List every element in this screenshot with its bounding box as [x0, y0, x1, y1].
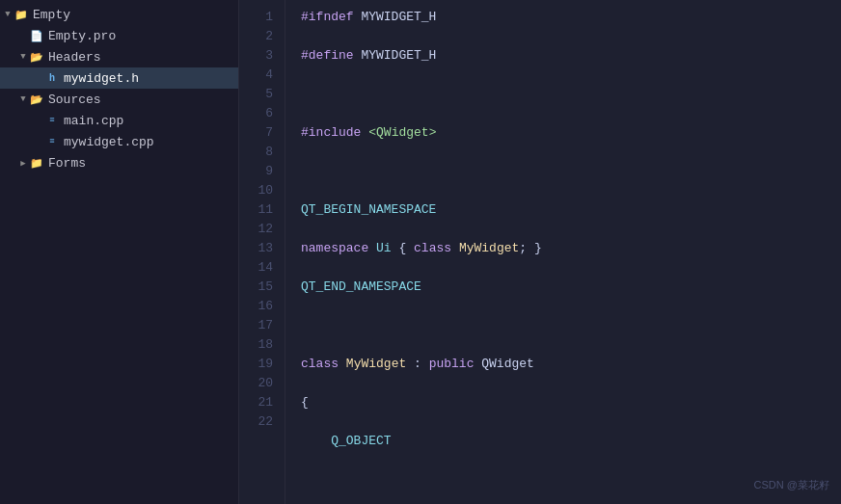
code-line-11: { — [301, 393, 826, 412]
folder-icon: 📁 — [29, 155, 44, 171]
tree-label: mywidget.cpp — [64, 135, 154, 149]
tree-label: Empty.pro — [48, 29, 116, 43]
code-line-13 — [301, 470, 826, 490]
tree-label: main.cpp — [64, 114, 123, 128]
code-editor[interactable]: 1 2 3 4 5 6 7 8 9 10 11 12 13 14 15 16 1… — [239, 0, 841, 504]
file-tree[interactable]: ▼ 📁 Empty 📄 Empty.pro ▼ 📂 Headers h mywi… — [0, 0, 239, 504]
tree-label: Empty — [33, 8, 70, 22]
tree-item-sources[interactable]: ▼ 📂 Sources — [0, 89, 238, 110]
arrow-icon: ▼ — [17, 51, 29, 63]
tree-label: mywidget.h — [64, 71, 139, 86]
spacer — [33, 72, 44, 84]
code-area[interactable]: #ifndef MYWIDGET_H #define MYWIDGET_H #i… — [285, 0, 841, 504]
folder-icon: 📂 — [29, 92, 44, 107]
tree-label: Sources — [48, 93, 101, 107]
spacer — [17, 30, 29, 41]
pro-icon: 📄 — [29, 28, 44, 43]
tree-label: Headers — [48, 50, 101, 65]
line-numbers: 1 2 3 4 5 6 7 8 9 10 11 12 13 14 15 16 1… — [239, 0, 285, 504]
code-line-9 — [301, 316, 826, 335]
code-line-10: class MyWidget : public QWidget — [301, 355, 826, 374]
code-line-7: namespace Ui { class MyWidget; } — [301, 239, 826, 258]
tree-item-headers[interactable]: ▼ 📂 Headers — [0, 46, 238, 67]
header-icon: h — [44, 70, 60, 86]
code-line-5 — [301, 162, 826, 181]
folder-icon: 📁 — [14, 7, 29, 22]
folder-icon: 📂 — [29, 49, 44, 65]
code-line-4: #include <QWidget> — [301, 123, 826, 143]
tree-item-mywidget-h[interactable]: h mywidget.h — [0, 67, 238, 89]
tree-item-empty-pro[interactable]: 📄 Empty.pro — [0, 25, 238, 46]
tree-item-forms[interactable]: ▶ 📁 Forms — [0, 152, 238, 173]
arrow-icon: ▶ — [17, 157, 29, 169]
arrow-icon: ▼ — [17, 93, 29, 105]
code-line-12: Q_OBJECT — [301, 432, 826, 451]
code-line-8: QT_END_NAMESPACE — [301, 278, 826, 297]
code-line-6: QT_BEGIN_NAMESPACE — [301, 200, 826, 220]
cpp-icon: ≡ — [44, 113, 60, 128]
tree-item-empty-root[interactable]: ▼ 📁 Empty — [0, 4, 238, 25]
code-line-1: #ifndef MYWIDGET_H — [301, 8, 826, 27]
code-line-2: #define MYWIDGET_H — [301, 46, 826, 66]
tree-item-mywidget-cpp[interactable]: ≡ mywidget.cpp — [0, 131, 238, 152]
tree-item-main-cpp[interactable]: ≡ main.cpp — [0, 110, 238, 131]
cpp-icon: ≡ — [44, 134, 60, 149]
tree-label: Forms — [48, 156, 86, 171]
code-line-3 — [301, 85, 826, 104]
arrow-icon: ▼ — [2, 9, 14, 20]
spacer — [33, 136, 44, 147]
spacer — [33, 115, 44, 126]
